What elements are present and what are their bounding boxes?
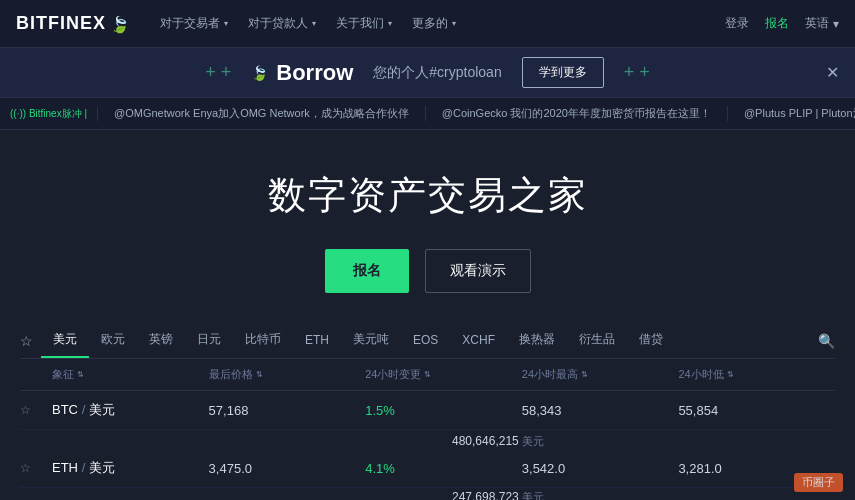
chevron-down-icon: ▾ <box>312 19 316 28</box>
row-2-change: 4.1% <box>365 461 522 476</box>
th-symbol[interactable]: 象征 ⇅ <box>52 367 209 382</box>
leaf-icon: 🍃 <box>110 15 128 33</box>
navbar: BITFINEX 🍃 对于交易者 ▾ 对于贷款人 ▾ 关于我们 ▾ 更多的 ▾ … <box>0 0 855 48</box>
th-symbol-label: 象征 <box>52 367 74 382</box>
row-2-slash: / <box>82 460 86 475</box>
hero-demo-button[interactable]: 观看演示 <box>425 249 531 293</box>
th-low[interactable]: 24小时低 ⇅ <box>678 367 835 382</box>
promo-banner: + + 🍃 Borrow 您的个人#cryptoloan 学到更多 + + ✕ <box>0 48 855 98</box>
row-2-volume-unit: 美元 <box>522 491 544 500</box>
row-1-quote: 美元 <box>89 402 115 417</box>
borrow-title: Borrow <box>276 60 353 86</box>
row-1-slash: / <box>82 402 86 417</box>
row-2-price: 3,475.0 <box>209 461 366 476</box>
tab-xchf[interactable]: XCHF <box>450 325 507 357</box>
row-2-volume: 247,698,723 <box>452 490 519 500</box>
signup-button[interactable]: 报名 <box>765 15 789 32</box>
login-button[interactable]: 登录 <box>725 15 749 32</box>
row-2-star[interactable]: ☆ <box>20 461 52 475</box>
language-selector[interactable]: 英语 ▾ <box>805 15 839 32</box>
nav-item-about[interactable]: 关于我们 ▾ <box>328 0 400 48</box>
sort-icon: ⇅ <box>256 370 263 379</box>
tab-eos[interactable]: EOS <box>401 325 450 357</box>
tab-usd[interactable]: 美元 <box>41 323 89 358</box>
borrow-leaf-icon: 🍃 <box>251 65 268 81</box>
decoration-plus-right: + + <box>624 62 650 83</box>
nav-item-traders[interactable]: 对于交易者 ▾ <box>152 0 236 48</box>
ticker-item-3: @Plutus PLIP | Pluton流动 <box>728 106 855 121</box>
row-2-base: ETH <box>52 460 78 475</box>
news-ticker: ((·)) Bitfinex脉冲 | @OMGnetwork Enya加入OMG… <box>0 98 855 130</box>
ticker-item-2: @CoinGecko 我们的2020年年度加密货币报告在这里！ <box>426 106 728 121</box>
th-price-label: 最后价格 <box>209 367 253 382</box>
tab-lending[interactable]: 借贷 <box>627 323 675 358</box>
nav-right: 登录 报名 英语 ▾ <box>725 15 839 32</box>
tab-gbp[interactable]: 英镑 <box>137 323 185 358</box>
tab-derivatives[interactable]: 衍生品 <box>567 323 627 358</box>
close-icon[interactable]: ✕ <box>826 63 839 82</box>
hero-title: 数字资产交易之家 <box>268 170 588 221</box>
row-1-star[interactable]: ☆ <box>20 403 52 417</box>
tab-eur[interactable]: 欧元 <box>89 323 137 358</box>
row-1-high: 58,343 <box>522 403 679 418</box>
chevron-down-icon: ▾ <box>224 19 228 28</box>
nav-links: 对于交易者 ▾ 对于贷款人 ▾ 关于我们 ▾ 更多的 ▾ <box>152 0 725 48</box>
learn-more-button[interactable]: 学到更多 <box>522 57 604 88</box>
row-1-change: 1.5% <box>365 403 522 418</box>
tab-exchange[interactable]: 换热器 <box>507 323 567 358</box>
language-label: 英语 <box>805 15 829 32</box>
row-1-price: 57,168 <box>209 403 366 418</box>
sort-icon: ⇅ <box>77 370 84 379</box>
hero-buttons: 报名 观看演示 <box>325 249 531 293</box>
row-1-volume: 480,646,215 <box>452 434 519 448</box>
row-2-quote: 美元 <box>89 460 115 475</box>
banner-subtitle: 您的个人#cryptoloan <box>373 64 501 82</box>
th-change[interactable]: 24小时变更 ⇅ <box>365 367 522 382</box>
th-price[interactable]: 最后价格 ⇅ <box>209 367 366 382</box>
ticker-item-1: @OMGnetwork Enya加入OMG Network，成为战略合作伙伴 <box>98 106 426 121</box>
nav-label-about: 关于我们 <box>336 15 384 32</box>
banner-borrow-section: 🍃 Borrow <box>251 60 353 86</box>
row-1-volume-line: 480,646,215 美元 <box>20 430 835 449</box>
ticker-content: @OMGnetwork Enya加入OMG Network，成为战略合作伙伴 @… <box>98 106 855 121</box>
tab-jpy[interactable]: 日元 <box>185 323 233 358</box>
row-1-low: 55,854 <box>678 403 835 418</box>
tab-btc[interactable]: 比特币 <box>233 323 293 358</box>
market-search-icon[interactable]: 🔍 <box>818 333 835 349</box>
market-section: ☆ 美元 欧元 英镑 日元 比特币 ETH 美元吨 EOS XCHF 换热器 衍… <box>0 323 855 500</box>
tab-eth[interactable]: ETH <box>293 325 341 357</box>
row-2-pair: ETH / 美元 <box>52 459 209 477</box>
pulse-text: ((·)) Bitfinex脉冲 <box>10 107 82 121</box>
row-1-base: BTC <box>52 402 78 417</box>
nav-item-lenders[interactable]: 对于贷款人 ▾ <box>240 0 324 48</box>
row-2-volume-line: 247,698,723 美元 <box>20 488 835 500</box>
market-tabs: ☆ 美元 欧元 英镑 日元 比特币 ETH 美元吨 EOS XCHF 换热器 衍… <box>20 323 835 359</box>
table-header: 象征 ⇅ 最后价格 ⇅ 24小时变更 ⇅ 24小时最高 ⇅ 24小时低 ⇅ <box>20 359 835 391</box>
hero-signup-button[interactable]: 报名 <box>325 249 409 293</box>
sort-icon: ⇅ <box>727 370 734 379</box>
nav-label-lenders: 对于贷款人 <box>248 15 308 32</box>
decoration-plus-left: + + <box>205 62 231 83</box>
star-filter-icon[interactable]: ☆ <box>20 333 33 349</box>
sort-icon: ⇅ <box>424 370 431 379</box>
table-row: ☆ BTC / 美元 57,168 1.5% 58,343 55,854 <box>20 391 835 430</box>
row-1-volume-unit: 美元 <box>522 435 544 447</box>
nav-label-more: 更多的 <box>412 15 448 32</box>
logo: BITFINEX 🍃 <box>16 13 128 34</box>
sort-icon: ⇅ <box>581 370 588 379</box>
logo-text: BITFINEX <box>16 13 106 34</box>
chevron-down-icon: ▾ <box>388 19 392 28</box>
th-high[interactable]: 24小时最高 ⇅ <box>522 367 679 382</box>
ticker-pulse-label: ((·)) Bitfinex脉冲 | <box>0 107 98 121</box>
chevron-down-icon: ▾ <box>452 19 456 28</box>
table-row: ☆ ETH / 美元 3,475.0 4.1% 3,542.0 3,281.0 <box>20 449 835 488</box>
tab-usdt[interactable]: 美元吨 <box>341 323 401 358</box>
nav-label-traders: 对于交易者 <box>160 15 220 32</box>
hero-section: 数字资产交易之家 报名 观看演示 <box>0 130 855 323</box>
nav-item-more[interactable]: 更多的 ▾ <box>404 0 464 48</box>
th-low-label: 24小时低 <box>678 367 723 382</box>
th-change-label: 24小时变更 <box>365 367 421 382</box>
row-1-pair: BTC / 美元 <box>52 401 209 419</box>
row-2-high: 3,542.0 <box>522 461 679 476</box>
th-high-label: 24小时最高 <box>522 367 578 382</box>
